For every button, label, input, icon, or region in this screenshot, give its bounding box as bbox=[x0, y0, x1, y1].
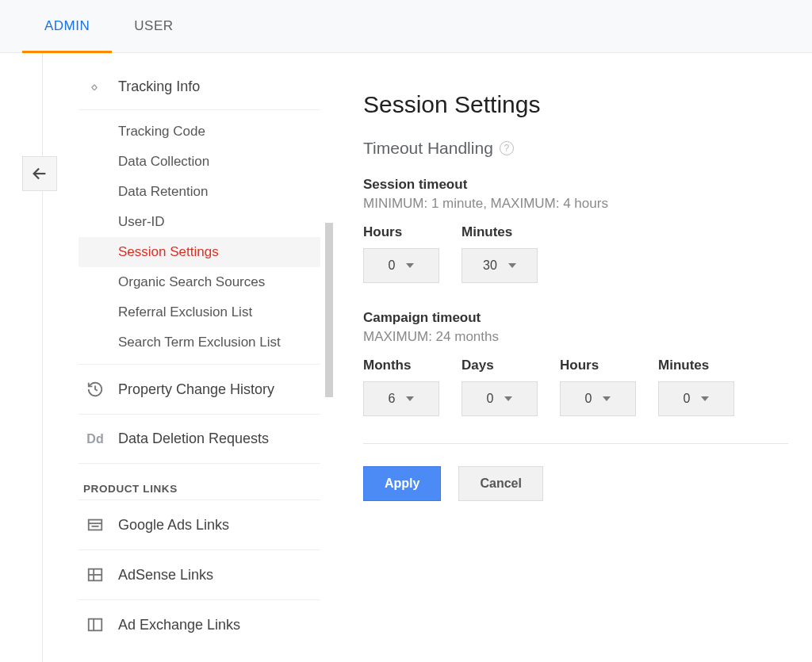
campaign-months-value: 6 bbox=[389, 392, 396, 406]
sidebar-item-google-ads-links[interactable]: Google Ads Links bbox=[79, 500, 320, 550]
sidebar-item-organic-search-sources[interactable]: Organic Search Sources bbox=[79, 267, 320, 297]
data-deletion-requests-label: Data Deletion Requests bbox=[118, 430, 269, 447]
history-icon bbox=[83, 381, 107, 398]
sidebar: ‹ › Tracking Info Tracking Code Data Col… bbox=[43, 53, 328, 662]
tracking-info-row[interactable]: ‹ › Tracking Info bbox=[79, 71, 320, 110]
sidebar-item-tracking-code[interactable]: Tracking Code bbox=[79, 117, 320, 147]
session-hours-value: 0 bbox=[389, 258, 396, 273]
sidebar-item-property-change-history[interactable]: Property Change History bbox=[79, 365, 320, 415]
campaign-months-field: Months 6 bbox=[363, 358, 439, 416]
tab-user[interactable]: USER bbox=[112, 0, 195, 52]
sidebar-item-data-deletion-requests[interactable]: Dd Data Deletion Requests bbox=[79, 415, 320, 464]
campaign-months-select[interactable]: 6 bbox=[363, 381, 439, 416]
campaign-minutes-select[interactable]: 0 bbox=[658, 381, 734, 416]
tracking-info-label: Tracking Info bbox=[118, 78, 200, 95]
adsense-links-label: AdSense Links bbox=[118, 567, 213, 584]
button-row: Apply Cancel bbox=[363, 466, 788, 501]
caret-down-icon bbox=[406, 396, 414, 401]
caret-down-icon bbox=[406, 263, 414, 268]
product-links-header: PRODUCT LINKS bbox=[79, 464, 320, 500]
svg-rect-7 bbox=[89, 619, 102, 631]
campaign-days-field: Days 0 bbox=[462, 358, 538, 416]
sidebar-item-adsense-links[interactable]: AdSense Links bbox=[79, 550, 320, 600]
session-timeout-limits: MINIMUM: 1 minute, MAXIMUM: 4 hours bbox=[363, 196, 788, 212]
sidebar-item-ad-exchange-links[interactable]: Ad Exchange Links bbox=[79, 600, 320, 649]
days-label: Days bbox=[462, 358, 538, 373]
caret-down-icon bbox=[508, 263, 516, 268]
tab-user-label: USER bbox=[134, 18, 173, 34]
sidebar-item-data-retention[interactable]: Data Retention bbox=[79, 177, 320, 207]
tab-admin-label: ADMIN bbox=[44, 18, 90, 34]
campaign-days-value: 0 bbox=[487, 392, 494, 406]
ads-icon bbox=[83, 516, 107, 534]
campaign-timeout-fields: Months 6 Days 0 Hours 0 bbox=[363, 358, 788, 416]
divider bbox=[363, 443, 788, 444]
minutes-label: Minutes bbox=[462, 224, 538, 240]
timeout-handling-heading: Timeout Handling ? bbox=[363, 139, 788, 158]
page-title: Session Settings bbox=[363, 91, 788, 118]
campaign-hours-select[interactable]: 0 bbox=[560, 381, 636, 416]
session-timeout-fields: Hours 0 Minutes 30 bbox=[363, 224, 788, 283]
property-change-history-label: Property Change History bbox=[118, 381, 274, 398]
google-ads-links-label: Google Ads Links bbox=[118, 517, 229, 534]
sidebar-item-referral-exclusion-list[interactable]: Referral Exclusion List bbox=[79, 297, 320, 327]
campaign-hours-label: Hours bbox=[560, 358, 636, 373]
scrollbar-thumb[interactable] bbox=[325, 223, 333, 397]
svg-rect-1 bbox=[89, 520, 102, 530]
campaign-minutes-field: Minutes 0 bbox=[658, 358, 734, 416]
session-minutes-select[interactable]: 30 bbox=[462, 248, 538, 283]
campaign-hours-value: 0 bbox=[585, 392, 592, 406]
help-icon[interactable]: ? bbox=[500, 141, 514, 155]
campaign-timeout-label: Campaign timeout bbox=[363, 310, 788, 326]
code-brackets-icon: ‹ › bbox=[79, 78, 107, 95]
cancel-button-label: Cancel bbox=[480, 476, 521, 491]
campaign-timeout-limits: MAXIMUM: 24 months bbox=[363, 329, 788, 345]
session-minutes-field: Minutes 30 bbox=[462, 224, 538, 283]
main-content: Session Settings Timeout Handling ? Sess… bbox=[328, 53, 812, 662]
hours-label: Hours bbox=[363, 224, 439, 240]
session-hours-field: Hours 0 bbox=[363, 224, 439, 283]
campaign-minutes-value: 0 bbox=[684, 392, 691, 406]
session-hours-select[interactable]: 0 bbox=[363, 248, 439, 283]
sidebar-item-session-settings[interactable]: Session Settings bbox=[79, 237, 320, 267]
caret-down-icon bbox=[701, 396, 709, 401]
apply-button[interactable]: Apply bbox=[363, 466, 441, 501]
session-minutes-value: 30 bbox=[483, 258, 497, 273]
campaign-hours-field: Hours 0 bbox=[560, 358, 636, 416]
dd-icon: Dd bbox=[83, 432, 107, 446]
campaign-days-select[interactable]: 0 bbox=[462, 381, 538, 416]
session-timeout-label: Session timeout bbox=[363, 177, 788, 193]
sidebar-item-data-collection[interactable]: Data Collection bbox=[79, 147, 320, 177]
cancel-button[interactable]: Cancel bbox=[458, 466, 542, 501]
tracking-info-section: ‹ › Tracking Info Tracking Code Data Col… bbox=[79, 71, 328, 649]
sidebar-item-user-id[interactable]: User-ID bbox=[79, 207, 320, 237]
caret-down-icon bbox=[603, 396, 611, 401]
left-rail bbox=[0, 53, 43, 662]
tracking-info-sublist: Tracking Code Data Collection Data Reten… bbox=[79, 110, 320, 365]
campaign-minutes-label: Minutes bbox=[658, 358, 734, 373]
ad-exchange-icon bbox=[83, 616, 107, 633]
apply-button-label: Apply bbox=[385, 476, 419, 491]
months-label: Months bbox=[363, 358, 439, 373]
top-tabbar: ADMIN USER bbox=[0, 0, 812, 53]
adsense-icon bbox=[83, 566, 107, 584]
ad-exchange-links-label: Ad Exchange Links bbox=[118, 617, 240, 633]
tab-admin[interactable]: ADMIN bbox=[22, 0, 112, 52]
layout: ‹ › Tracking Info Tracking Code Data Col… bbox=[0, 53, 812, 662]
caret-down-icon bbox=[504, 396, 512, 401]
sidebar-item-search-term-exclusion-list[interactable]: Search Term Exclusion List bbox=[79, 327, 320, 358]
timeout-handling-label: Timeout Handling bbox=[363, 139, 493, 158]
